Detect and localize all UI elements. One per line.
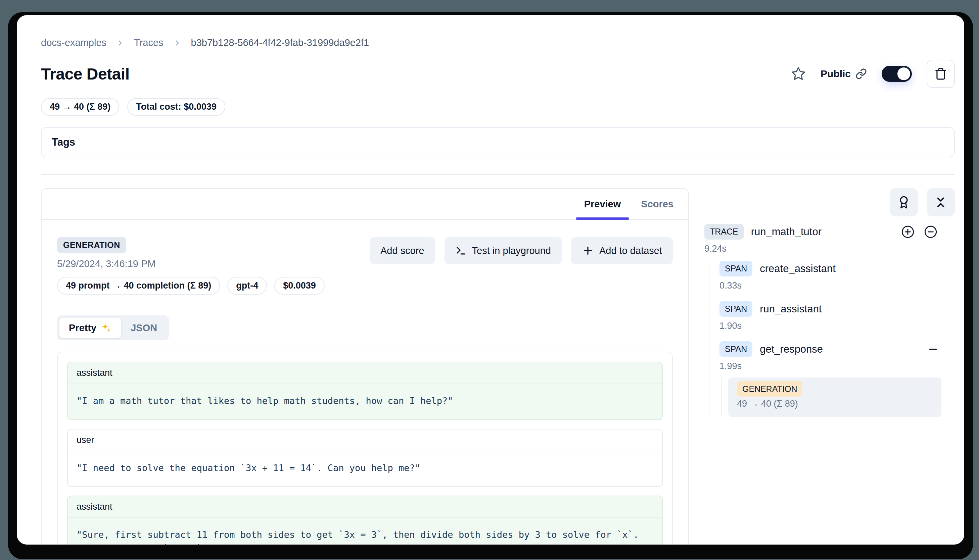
view-mode-segmented-control: Pretty JSON xyxy=(57,315,169,340)
tabbar: Preview Scores xyxy=(42,189,688,220)
breadcrumb-traces[interactable]: Traces xyxy=(134,37,164,48)
view-pretty-option[interactable]: Pretty xyxy=(59,318,121,338)
generation-usage: 49 → 40 (Σ 89) xyxy=(737,398,933,409)
breadcrumb-project[interactable]: docs-examples xyxy=(41,37,107,48)
chevrons-collapse-icon xyxy=(934,196,947,209)
span-duration: 1.90s xyxy=(720,321,955,331)
messages-container: assistant "I am a math tutor that likes … xyxy=(57,352,673,545)
star-icon xyxy=(791,67,806,81)
span-name: get_response xyxy=(760,343,823,355)
tree-node-span[interactable]: SPAN create_assistant 0.33s xyxy=(720,261,955,291)
generation-timestamp: 5/29/2024, 3:46:19 PM xyxy=(57,258,325,270)
public-toggle[interactable] xyxy=(882,66,912,82)
test-in-playground-button[interactable]: Test in playground xyxy=(444,237,562,264)
span-duration: 1.99s xyxy=(720,361,955,372)
message-assistant: assistant "I am a math tutor that likes … xyxy=(67,362,663,420)
app-window: docs-examples Traces b3b7b128-5664-4f42-… xyxy=(17,15,964,545)
breadcrumb-trace-id: b3b7b128-5664-4f42-9fab-31999da9e2f1 xyxy=(191,37,369,48)
collapse-node-icon[interactable] xyxy=(927,343,939,355)
message-role: assistant xyxy=(68,496,662,518)
breadcrumb: docs-examples Traces b3b7b128-5664-4f42-… xyxy=(41,37,955,48)
message-text: "Sure, first subtract 11 from both sides… xyxy=(68,518,662,545)
span-duration: 0.33s xyxy=(720,280,955,291)
trace-badge: TRACE xyxy=(704,224,743,240)
trace-duration: 9.24s xyxy=(704,243,955,254)
tree-node-generation-selected[interactable]: GENERATION 49 → 40 (Σ 89) xyxy=(728,377,941,417)
link-icon[interactable] xyxy=(855,68,867,80)
message-role: assistant xyxy=(68,362,662,384)
message-assistant: assistant "Sure, first subtract 11 from … xyxy=(67,496,663,545)
delete-trace-button[interactable] xyxy=(927,60,955,88)
generation-model-badge[interactable]: gpt-4 xyxy=(227,277,267,295)
span-badge: SPAN xyxy=(720,261,752,277)
collapse-all-button[interactable] xyxy=(927,188,955,217)
message-text: "I am a math tutor that likes to help ma… xyxy=(68,384,662,419)
generation-cost-badge: $0.0039 xyxy=(274,277,325,295)
public-label: Public xyxy=(820,68,851,80)
trace-token-badge: 49 → 40 (Σ 89) xyxy=(41,98,119,116)
chevron-right-icon xyxy=(116,38,125,47)
trace-name: run_math_tutor xyxy=(751,226,822,238)
tree-node-span[interactable]: SPAN get_response 1.99s GENERATION 49 → … xyxy=(720,341,955,417)
tree-node-trace[interactable]: TRACE run_math_tutor xyxy=(704,224,955,240)
trace-cost-badge: Total cost: $0.0039 xyxy=(127,98,225,116)
generation-usage-badge: 49 prompt → 40 completion (Σ 89) xyxy=(57,277,220,295)
toggle-knob xyxy=(897,67,910,80)
generation-type-badge: GENERATION xyxy=(57,237,126,253)
expand-all-icon[interactable] xyxy=(901,225,914,238)
collapse-tree-icon[interactable] xyxy=(924,225,937,238)
view-json-option[interactable]: JSON xyxy=(121,318,167,338)
tree-node-span[interactable]: SPAN run_assistant 1.90s xyxy=(720,301,955,331)
tab-preview[interactable]: Preview xyxy=(574,189,631,219)
generation-badge: GENERATION xyxy=(737,381,802,397)
tags-title: Tags xyxy=(52,136,75,148)
sparkles-icon xyxy=(100,322,112,333)
tags-card[interactable]: Tags xyxy=(41,127,955,157)
star-button[interactable] xyxy=(791,67,806,81)
add-to-dataset-button[interactable]: Add to dataset xyxy=(571,237,673,264)
tab-scores[interactable]: Scores xyxy=(631,189,683,219)
terminal-icon xyxy=(455,245,467,256)
span-badge: SPAN xyxy=(720,341,752,357)
section-divider xyxy=(41,174,955,175)
trace-tree: TRACE run_math_tutor 9.24s SPAN xyxy=(704,188,955,417)
chevron-right-icon xyxy=(173,38,182,47)
award-icon xyxy=(897,196,911,209)
page-title: Trace Detail xyxy=(41,65,129,83)
trash-icon xyxy=(934,67,947,80)
span-badge: SPAN xyxy=(720,301,752,317)
message-text: "I need to solve the equation `3x + 11 =… xyxy=(68,451,662,487)
span-name: create_assistant xyxy=(760,263,835,275)
message-role: user xyxy=(68,430,662,451)
add-score-button[interactable]: Add score xyxy=(370,237,435,264)
message-user: user "I need to solve the equation `3x +… xyxy=(67,429,663,487)
annotate-button[interactable] xyxy=(890,188,918,217)
observation-card: Preview Scores GENERATION 5/29/2024, 3:4… xyxy=(41,188,689,545)
span-name: run_assistant xyxy=(760,303,822,315)
plus-icon xyxy=(582,245,594,257)
